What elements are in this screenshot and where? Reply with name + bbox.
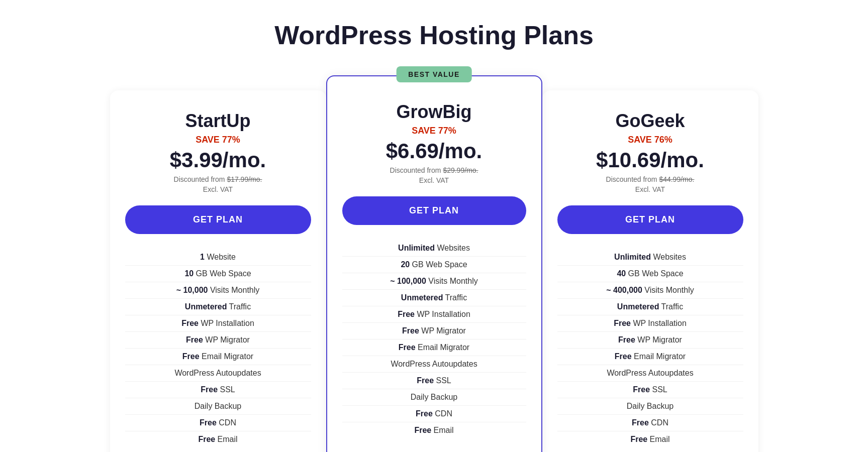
- feature-item-gogeek-10: Free CDN: [557, 414, 743, 431]
- feature-text-startup-3: Traffic: [227, 302, 251, 311]
- feature-text-gogeek-6: Email Migrator: [632, 352, 686, 361]
- feature-item-startup-5: Free WP Migrator: [125, 331, 311, 348]
- plan-name-growbig: GrowBig: [342, 101, 526, 123]
- feature-text-startup-10: CDN: [217, 418, 236, 427]
- feature-text-gogeek-8: SSL: [650, 385, 667, 394]
- feature-item-growbig-7: WordPress Autoupdates: [342, 356, 526, 372]
- feature-item-growbig-0: Unlimited Websites: [342, 240, 526, 256]
- feature-item-growbig-11: Free Email: [342, 422, 526, 438]
- page-title: WordPress Hosting Plans: [274, 20, 594, 50]
- feature-item-startup-8: Free SSL: [125, 381, 311, 398]
- feature-bold-gogeek-6: Free: [615, 352, 632, 361]
- feature-text-growbig-4: WP Installation: [415, 310, 470, 318]
- get-plan-button-gogeek[interactable]: GET PLAN: [557, 205, 743, 234]
- feature-text-gogeek-9: Daily Backup: [627, 402, 673, 410]
- feature-text-growbig-7: WordPress Autoupdates: [391, 360, 477, 368]
- plan-discount-info-startup: Discounted from $17.99/mo.: [125, 175, 311, 183]
- feature-text-growbig-2: Visits Monthly: [426, 277, 478, 285]
- feature-bold-growbig-5: Free: [402, 326, 419, 335]
- feature-text-startup-9: Daily Backup: [195, 402, 241, 410]
- plan-excl-vat-gogeek: Excl. VAT: [557, 185, 743, 193]
- feature-bold-growbig-6: Free: [399, 343, 416, 352]
- feature-item-gogeek-5: Free WP Migrator: [557, 331, 743, 348]
- feature-text-growbig-5: WP Migrator: [419, 326, 466, 335]
- plan-excl-vat-startup: Excl. VAT: [125, 185, 311, 193]
- features-list-growbig: Unlimited Websites20 GB Web Space~ 100,0…: [342, 240, 526, 438]
- feature-bold-gogeek-1: 40: [617, 269, 626, 278]
- feature-item-startup-11: Free Email: [125, 431, 311, 447]
- feature-item-startup-0: 1 Website: [125, 249, 311, 265]
- feature-text-gogeek-10: CDN: [649, 418, 668, 427]
- feature-text-growbig-3: Traffic: [443, 293, 467, 302]
- feature-bold-startup-10: Free: [200, 418, 217, 427]
- feature-bold-growbig-2: ~ 100,000: [390, 277, 426, 285]
- feature-bold-startup-8: Free: [201, 385, 218, 394]
- feature-bold-growbig-10: Free: [416, 409, 433, 418]
- feature-item-startup-6: Free Email Migrator: [125, 348, 311, 365]
- feature-item-gogeek-4: Free WP Installation: [557, 315, 743, 331]
- feature-text-gogeek-1: GB Web Space: [626, 269, 683, 278]
- feature-item-growbig-2: ~ 100,000 Visits Monthly: [342, 273, 526, 289]
- feature-text-gogeek-5: WP Migrator: [635, 335, 682, 344]
- plan-card-growbig: BEST VALUE GrowBig SAVE 77% $6.69/mo. Di…: [326, 75, 542, 452]
- feature-text-gogeek-0: Websites: [651, 253, 686, 261]
- feature-text-gogeek-2: Visits Monthly: [642, 286, 694, 294]
- feature-text-gogeek-4: WP Installation: [631, 319, 687, 327]
- feature-item-growbig-1: 20 GB Web Space: [342, 256, 526, 273]
- feature-bold-gogeek-11: Free: [630, 435, 647, 443]
- feature-bold-gogeek-0: Unlimited: [614, 253, 651, 261]
- plan-save-gogeek: SAVE 76%: [557, 135, 743, 145]
- feature-text-gogeek-11: Email: [647, 435, 669, 443]
- feature-item-growbig-10: Free CDN: [342, 405, 526, 422]
- features-list-gogeek: Unlimited Websites40 GB Web Space~ 400,0…: [557, 249, 743, 447]
- feature-bold-growbig-11: Free: [414, 426, 431, 434]
- feature-text-startup-4: WP Installation: [199, 319, 254, 327]
- feature-item-growbig-4: Free WP Installation: [342, 306, 526, 322]
- feature-bold-gogeek-8: Free: [633, 385, 650, 394]
- feature-text-growbig-9: Daily Backup: [411, 393, 457, 401]
- feature-item-gogeek-8: Free SSL: [557, 381, 743, 398]
- feature-bold-startup-5: Free: [186, 335, 203, 344]
- feature-item-gogeek-3: Unmetered Traffic: [557, 298, 743, 315]
- features-list-startup: 1 Website10 GB Web Space~ 10,000 Visits …: [125, 249, 311, 447]
- plan-price-startup: $3.99/mo.: [125, 148, 311, 172]
- feature-bold-startup-3: Unmetered: [185, 302, 227, 311]
- feature-text-startup-8: SSL: [218, 385, 235, 394]
- feature-item-gogeek-6: Free Email Migrator: [557, 348, 743, 365]
- feature-text-growbig-11: Email: [431, 426, 453, 434]
- feature-bold-growbig-8: Free: [417, 376, 434, 385]
- feature-item-startup-4: Free WP Installation: [125, 315, 311, 331]
- plans-container: StartUp SAVE 77% $3.99/mo. Discounted fr…: [57, 75, 811, 452]
- feature-text-gogeek-7: WordPress Autoupdates: [607, 369, 693, 377]
- plan-card-startup: StartUp SAVE 77% $3.99/mo. Discounted fr…: [110, 90, 326, 452]
- feature-text-growbig-8: SSL: [434, 376, 451, 385]
- plan-save-startup: SAVE 77%: [125, 135, 311, 145]
- feature-text-startup-0: Website: [205, 253, 236, 261]
- feature-bold-startup-1: 10: [184, 269, 194, 278]
- feature-text-growbig-6: Email Migrator: [416, 343, 470, 352]
- feature-item-gogeek-9: Daily Backup: [557, 398, 743, 414]
- feature-item-gogeek-7: WordPress Autoupdates: [557, 365, 743, 381]
- get-plan-button-growbig[interactable]: GET PLAN: [342, 196, 526, 225]
- feature-text-startup-2: Visits Monthly: [208, 286, 259, 294]
- feature-bold-startup-0: 1: [200, 253, 205, 261]
- feature-item-growbig-6: Free Email Migrator: [342, 339, 526, 356]
- plan-name-gogeek: GoGeek: [557, 110, 743, 132]
- get-plan-button-startup[interactable]: GET PLAN: [125, 205, 311, 234]
- feature-item-startup-7: WordPress Autoupdates: [125, 365, 311, 381]
- feature-bold-startup-2: ~ 10,000: [176, 286, 208, 294]
- feature-bold-startup-11: Free: [198, 435, 215, 443]
- feature-item-gogeek-2: ~ 400,000 Visits Monthly: [557, 282, 743, 298]
- feature-item-startup-1: 10 GB Web Space: [125, 265, 311, 282]
- feature-bold-gogeek-5: Free: [618, 335, 635, 344]
- feature-item-growbig-9: Daily Backup: [342, 389, 526, 405]
- plan-excl-vat-growbig: Excl. VAT: [342, 176, 526, 184]
- feature-bold-gogeek-3: Unmetered: [617, 302, 659, 311]
- plan-price-gogeek: $10.69/mo.: [557, 148, 743, 172]
- best-value-badge: BEST VALUE: [396, 66, 472, 82]
- feature-item-gogeek-0: Unlimited Websites: [557, 249, 743, 265]
- feature-text-growbig-0: Websites: [435, 244, 470, 252]
- feature-bold-startup-4: Free: [181, 319, 199, 327]
- feature-item-startup-9: Daily Backup: [125, 398, 311, 414]
- feature-item-gogeek-11: Free Email: [557, 431, 743, 447]
